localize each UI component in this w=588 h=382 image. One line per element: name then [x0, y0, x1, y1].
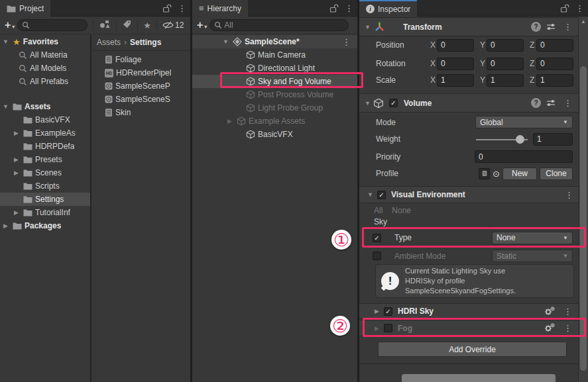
tree-item-presets[interactable]: ▶ Presets [0, 153, 90, 166]
tab-project[interactable]: Project [0, 0, 50, 17]
tab-hierarchy[interactable]: ≡ Hierarchy [192, 0, 248, 17]
chevron-down-icon[interactable]: ▼ [363, 100, 372, 107]
breadcrumb-root[interactable]: Assets [97, 38, 121, 47]
rotation-y-field[interactable]: 0 [487, 58, 524, 70]
position-y-field[interactable]: 0 [487, 39, 524, 52]
override-enabled-checkbox[interactable]: ✓ [384, 307, 392, 316]
scene-header-samplescene[interactable]: ▼ SampleScene* ⋮ [192, 35, 357, 48]
chevron-right-icon[interactable]: ▶ [12, 169, 21, 176]
file-item-hdrenderpipeline[interactable]: HD HDRenderPipel [93, 66, 190, 79]
lock-open-icon[interactable] [560, 4, 569, 13]
file-item-foliage[interactable]: Foliage [93, 53, 190, 66]
project-search[interactable] [17, 19, 88, 31]
scene-more-menu-icon[interactable]: ⋮ [342, 38, 351, 46]
ambient-override-checkbox[interactable] [373, 252, 381, 260]
filter-by-type-button[interactable] [93, 20, 116, 30]
add-asset-button[interactable]: +▾ [0, 19, 17, 31]
weight-slider[interactable] [476, 133, 528, 146]
partial-bottom-button[interactable] [402, 374, 556, 382]
more-menu-icon[interactable]: ⋮ [575, 4, 584, 13]
gear-plus-icon[interactable] [544, 307, 555, 316]
file-item-samplescene-p[interactable]: SampleSceneP [93, 79, 190, 93]
position-x-field[interactable]: 0 [437, 39, 474, 52]
scale-x-field[interactable]: 1 [437, 74, 474, 87]
tree-item-exampleassets[interactable]: ▶ ExampleAs [0, 126, 90, 140]
override-menu-icon[interactable]: ⋮ [563, 307, 572, 316]
chevron-down-icon[interactable]: ▼ [363, 24, 372, 30]
tree-item-scenes[interactable]: ▶ Scenes [0, 166, 90, 179]
transform-component-header[interactable]: ▼ Transform ? ⋮ [359, 17, 578, 36]
presets-icon[interactable] [546, 23, 556, 31]
hierarchy-item-basicvfx[interactable]: BasicVFX [192, 128, 357, 141]
tree-item-all-models[interactable]: All Models [0, 62, 90, 75]
hidden-count-button[interactable]: 12 [156, 21, 186, 30]
tree-item-packages[interactable]: ▶ Packages [0, 219, 90, 232]
filter-by-label-button[interactable] [116, 20, 137, 30]
hierarchy-item-example-assets[interactable]: ▶ Example Assets [192, 115, 357, 128]
tree-item-settings[interactable]: Settings [0, 193, 90, 206]
scale-y-field[interactable]: 1 [487, 74, 524, 87]
fog-override-header[interactable]: ▶ Fog ⋮ [359, 320, 578, 336]
chevron-right-icon[interactable]: ▶ [1, 222, 10, 229]
breadcrumb-current[interactable]: Settings [130, 38, 161, 47]
scrollbar-thumb[interactable] [580, 66, 587, 371]
presets-icon[interactable] [546, 99, 556, 107]
search-input[interactable] [32, 21, 83, 30]
help-icon[interactable]: ? [531, 98, 541, 108]
add-override-button[interactable]: Add Override [378, 342, 567, 357]
chevron-right-icon[interactable]: ▶ [373, 308, 381, 314]
tree-item-hdrpdefault[interactable]: HDRPDefa [0, 140, 90, 153]
chevron-down-icon[interactable]: ▼ [1, 38, 10, 45]
create-object-button[interactable]: +▾ [192, 19, 209, 31]
inspector-scrollbar[interactable]: ▲ [578, 17, 588, 382]
override-menu-icon[interactable]: ⋮ [563, 324, 572, 332]
file-item-skin[interactable]: Skin [93, 106, 190, 119]
chevron-right-icon[interactable]: ▶ [12, 209, 21, 216]
tree-item-favorites[interactable]: ▼ ★ Favorites [0, 35, 90, 48]
scroll-up-icon[interactable]: ▲ [579, 19, 588, 24]
chevron-down-icon[interactable]: ▼ [366, 191, 375, 198]
component-enabled-checkbox[interactable]: ✓ [389, 99, 398, 107]
override-menu-icon[interactable]: ⋮ [565, 191, 573, 199]
rotation-z-field[interactable]: 0 [536, 58, 573, 70]
override-enabled-checkbox[interactable] [384, 324, 392, 332]
chevron-right-icon[interactable]: ▶ [225, 118, 234, 124]
weight-field[interactable]: 1 [533, 133, 573, 146]
chevron-down-icon[interactable]: ▼ [1, 103, 10, 110]
hierarchy-item-directional-light[interactable]: Directional Light [192, 62, 357, 75]
search-input[interactable] [224, 21, 344, 30]
component-menu-icon[interactable]: ⋮ [563, 23, 572, 31]
slider-handle[interactable] [516, 135, 524, 144]
volume-component-header[interactable]: ▼ ✓ Volume ? ⋮ [359, 93, 578, 113]
hierarchy-search[interactable] [209, 19, 349, 31]
override-enabled-checkbox[interactable]: ✓ [377, 191, 386, 199]
chevron-down-icon[interactable]: ▼ [221, 38, 230, 45]
tree-item-all-prefabs[interactable]: All Prefabs [0, 75, 90, 88]
mode-dropdown[interactable]: Global▼ [475, 116, 573, 128]
scale-z-field[interactable]: 1 [536, 74, 573, 87]
hierarchy-item-main-camera[interactable]: Main Camera [192, 48, 357, 62]
hierarchy-item-light-probe-group[interactable]: Light Probe Group [192, 101, 357, 115]
chevron-right-icon[interactable]: ▶ [12, 156, 21, 163]
hdri-sky-override-header[interactable]: ▶ ✓ HDRI Sky ⋮ [359, 303, 578, 319]
rotation-x-field[interactable]: 0 [437, 58, 474, 70]
object-picker-icon[interactable]: ⊙ [493, 169, 500, 179]
tree-item-tutorialinfo[interactable]: ▶ TutorialInf [0, 206, 90, 219]
tree-item-scripts[interactable]: Scripts [0, 179, 90, 193]
position-z-field[interactable]: 0 [536, 39, 573, 52]
hierarchy-item-post-process-volume[interactable]: Post Process Volume [192, 88, 357, 101]
tab-inspector[interactable]: i Inspector [359, 0, 417, 17]
new-profile-button[interactable]: New [502, 167, 537, 180]
lock-open-icon[interactable] [162, 4, 172, 13]
type-override-checkbox[interactable]: ✓ [373, 234, 381, 242]
filter-none-link[interactable]: None [392, 206, 411, 215]
chevron-right-icon[interactable]: ▶ [12, 130, 21, 136]
file-item-samplescene-s[interactable]: SampleSceneS [93, 93, 190, 106]
sky-type-dropdown[interactable]: None▼ [492, 232, 573, 244]
help-icon[interactable]: ? [531, 22, 541, 32]
ambient-mode-dropdown[interactable]: Static▼ [492, 250, 573, 262]
filter-all-link[interactable]: All [374, 206, 382, 215]
visual-environment-header[interactable]: ▼ ✓ Visual Environment ⋮ [359, 186, 578, 203]
chevron-right-icon[interactable]: ▶ [373, 325, 381, 332]
priority-field[interactable]: 0 [475, 150, 573, 163]
